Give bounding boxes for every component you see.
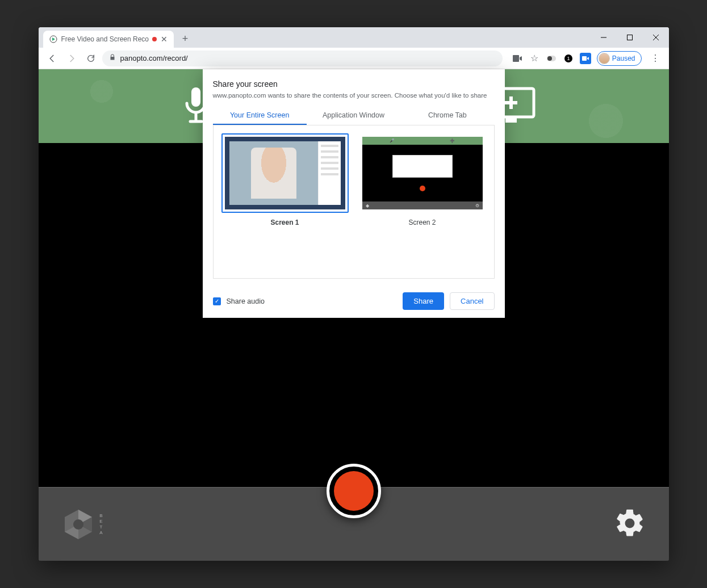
- minimize-button[interactable]: [591, 27, 617, 48]
- page-content: BETA Share your screen www.panopto.com w…: [39, 69, 669, 561]
- screen-option-2[interactable]: 🎤➕ ◆⚙ Screen 2: [359, 133, 486, 226]
- url-text: panopto.com/record/: [120, 54, 188, 62]
- app-logo: BETA: [61, 507, 104, 541]
- microphone-icon: [181, 86, 211, 126]
- svg-text:1: 1: [567, 56, 570, 61]
- svg-rect-11: [191, 87, 200, 107]
- extension-slider-icon[interactable]: [546, 53, 557, 64]
- screen-2-thumbnail: 🎤➕ ◆⚙: [362, 137, 483, 209]
- svg-point-22: [73, 519, 83, 530]
- svg-point-7: [547, 56, 552, 61]
- svg-rect-17: [505, 118, 517, 123]
- tab-title: Free Video and Screen Reco: [61, 35, 149, 43]
- record-button[interactable]: [327, 464, 381, 518]
- browser-menu-button[interactable]: ⋮: [647, 53, 663, 64]
- avatar-icon: [599, 53, 610, 64]
- browser-tab[interactable]: Free Video and Screen Reco ✕: [43, 31, 174, 48]
- dialog-description: www.panopto.com wants to share the conte…: [213, 92, 495, 99]
- reload-button[interactable]: [83, 51, 99, 66]
- share-button[interactable]: Share: [403, 292, 444, 310]
- cancel-button[interactable]: Cancel: [450, 292, 494, 310]
- record-indicator-icon: [334, 471, 374, 511]
- share-audio-label: Share audio: [227, 297, 265, 305]
- tab-chrome-tab[interactable]: Chrome Tab: [400, 107, 494, 125]
- share-audio-option[interactable]: ✓ Share audio: [213, 297, 265, 305]
- tab-entire-screen[interactable]: Your Entire Screen: [213, 107, 307, 125]
- camera-icon[interactable]: [512, 53, 523, 64]
- browser-window: Free Video and Screen Reco ✕ + panopto.c…: [39, 27, 669, 561]
- extension-icons: ☆ 1 Paused ⋮: [506, 51, 663, 66]
- share-audio-checkbox[interactable]: ✓: [213, 297, 221, 305]
- extension-video-icon[interactable]: [580, 53, 591, 64]
- window-controls: [591, 27, 669, 48]
- profile-chip[interactable]: Paused: [597, 51, 642, 66]
- close-window-button[interactable]: [643, 27, 669, 48]
- back-button[interactable]: [44, 51, 60, 66]
- profile-status: Paused: [612, 54, 635, 62]
- forward-button[interactable]: [64, 51, 80, 66]
- share-screen-dialog: Share your screen www.panopto.com wants …: [203, 69, 505, 318]
- maximize-button[interactable]: [617, 27, 643, 48]
- new-tab-button[interactable]: +: [177, 31, 193, 47]
- svg-rect-5: [513, 55, 519, 62]
- panopto-favicon-icon: [49, 35, 58, 44]
- screen-1-thumbnail: [225, 137, 345, 209]
- gear-icon: [613, 507, 646, 540]
- dialog-title: Share your screen: [213, 79, 495, 89]
- panopto-logo-icon: [61, 507, 95, 541]
- screen-1-label: Screen 1: [221, 219, 349, 226]
- address-bar: panopto.com/record/ ☆ 1 Paused ⋮: [39, 48, 669, 69]
- settings-button[interactable]: [613, 507, 646, 542]
- bookmark-star-icon[interactable]: ☆: [529, 53, 540, 64]
- screens-container: Screen 1 🎤➕ ◆⚙ Screen 2: [213, 125, 495, 279]
- title-bar: Free Video and Screen Reco ✕ +: [39, 27, 669, 48]
- recording-indicator-icon: [152, 37, 157, 41]
- extension-circle-icon[interactable]: 1: [563, 53, 574, 64]
- dialog-footer: ✓ Share audio Share Cancel: [213, 292, 495, 310]
- dialog-tabs: Your Entire Screen Application Window Ch…: [213, 107, 495, 125]
- beta-badge: BETA: [99, 513, 104, 536]
- screen-option-1[interactable]: Screen 1: [221, 133, 349, 226]
- dialog-actions: Share Cancel: [403, 292, 494, 310]
- tab-close-button[interactable]: ✕: [160, 35, 168, 43]
- add-screen-icon: [486, 86, 536, 126]
- svg-rect-10: [582, 56, 587, 61]
- tab-application-window[interactable]: Application Window: [307, 107, 400, 125]
- lock-icon: [109, 54, 116, 62]
- bottom-bar: BETA: [39, 487, 669, 561]
- screen-2-label: Screen 2: [359, 219, 486, 226]
- svg-rect-2: [627, 35, 632, 40]
- url-field[interactable]: panopto.com/record/: [102, 51, 503, 66]
